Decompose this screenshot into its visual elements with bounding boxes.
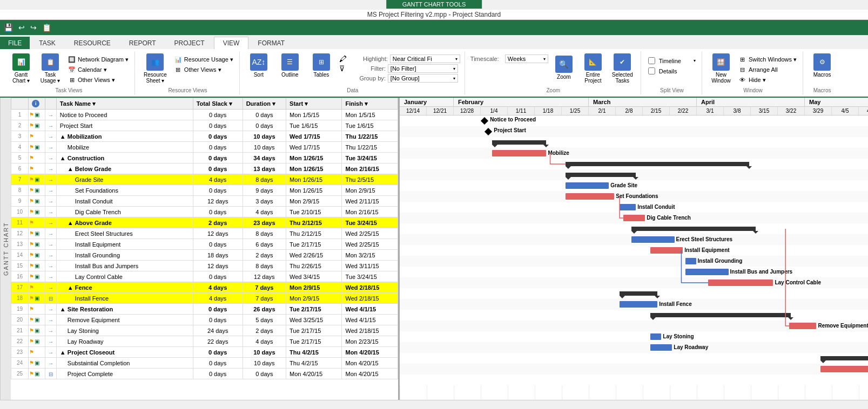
task-name[interactable]: Project Complete: [56, 369, 193, 379]
tab-project[interactable]: PROJECT: [165, 37, 214, 49]
task-name[interactable]: Lay Control Cable: [56, 271, 193, 282]
task-name[interactable]: ▲ Project Closeout: [56, 347, 193, 358]
timeline-button[interactable]: Timeline ▾: [647, 57, 697, 65]
table-row[interactable]: 22⚑▣→Lay Roadway22 days4 daysTue 2/17/15…: [11, 336, 398, 347]
table-row[interactable]: 15⚑▣→Install Bus and Jumpers12 days8 day…: [11, 261, 398, 271]
tab-resource[interactable]: RESOURCE: [65, 37, 120, 49]
task-name[interactable]: Mobilize: [56, 142, 193, 153]
sort-button[interactable]: AZ↕ Sort: [245, 52, 272, 79]
table-row[interactable]: 21⚑▣→Lay Stoning24 days2 daysTue 2/17/15…: [11, 325, 398, 336]
table-row[interactable]: 9⚑▣→Install Conduit12 days3 daysMon 2/9/…: [11, 196, 398, 207]
switch-windows-button[interactable]: ⊞ Switch Windows ▾: [737, 54, 798, 64]
task-name[interactable]: Set Foundations: [56, 185, 193, 196]
tables-button[interactable]: ⊞ Tables: [308, 52, 335, 79]
highlight-dropdown[interactable]: Near Critical Fi ▾: [390, 54, 460, 63]
task-name[interactable]: Install Bus and Jumpers: [56, 261, 193, 271]
details-checkbox[interactable]: [648, 67, 655, 74]
hide-button[interactable]: 👁 Hide ▾: [737, 75, 798, 85]
tab-format[interactable]: FORMAT: [248, 37, 294, 49]
col-finish[interactable]: Finish ▾: [342, 98, 398, 110]
task-name[interactable]: ▲ Construction: [56, 153, 193, 163]
other-views-1-button[interactable]: ⊞ Other Views ▾: [66, 75, 130, 85]
filter-dropdown[interactable]: [No Filter] ▾: [388, 64, 458, 73]
table-row[interactable]: 6⚑→▲ Below Grade0 days13 daysMon 1/26/15…: [11, 163, 398, 174]
gantt-bar-label: Remove Equipment: [818, 323, 868, 329]
table-row[interactable]: 10⚑▣→Dig Cable Trench0 days4 daysTue 2/1…: [11, 207, 398, 217]
task-name[interactable]: Remove Equipment: [56, 315, 193, 325]
task-name[interactable]: ▲ Fence: [56, 282, 193, 293]
plan-icon[interactable]: 📋: [41, 23, 53, 32]
tab-view[interactable]: VIEW: [214, 37, 249, 49]
table-row[interactable]: 4⚑▣→Mobilize0 days10 daysWed 1/7/15Thu 1…: [11, 142, 398, 153]
table-row[interactable]: 25⚑▣⊟Project Complete0 days0 daysMon 4/2…: [11, 369, 398, 379]
task-name[interactable]: Install Equipment: [56, 239, 193, 250]
selected-tasks-button[interactable]: ✔ SelectedTasks: [609, 52, 636, 85]
macros-button[interactable]: ⚙ Macros: [809, 52, 836, 79]
task-name[interactable]: ▲ Site Restoration: [56, 304, 193, 315]
new-window-button[interactable]: 🪟 NewWindow: [708, 52, 735, 85]
other-views-2-button[interactable]: ⊞ Other Views ▾: [172, 65, 235, 74]
table-row[interactable]: 2⚑▣→Project Start0 days0 daysTue 1/6/15T…: [11, 120, 398, 131]
timeline-checkbox[interactable]: [648, 57, 655, 64]
task-mode-cell: →: [45, 153, 57, 163]
calendar-button[interactable]: 📅 Calendar ▾: [66, 65, 130, 74]
tab-task[interactable]: TASK: [30, 37, 64, 49]
table-row[interactable]: 5⚑→▲ Construction0 days34 daysMon 1/26/1…: [11, 153, 398, 163]
table-row[interactable]: 8⚑▣→Set Foundations0 days9 daysMon 1/26/…: [11, 185, 398, 196]
entire-project-button[interactable]: 📐 EntireProject: [580, 52, 607, 85]
table-row[interactable]: 17⚑→▲ Fence4 days7 daysMon 2/9/15Wed 2/1…: [11, 282, 398, 293]
task-name[interactable]: Install Fence: [56, 293, 193, 304]
task-slack: 0 days: [193, 153, 243, 163]
arrange-all-button[interactable]: ⊟ Arrange All: [737, 65, 798, 74]
zoom-button[interactable]: 🔍 Zoom: [550, 54, 577, 81]
resource-sheet-button[interactable]: 👥 ResourceSheet ▾: [140, 52, 170, 85]
task-name[interactable]: Substaintial Completion: [56, 358, 193, 369]
redo-icon[interactable]: ↪: [29, 23, 38, 32]
table-row[interactable]: 19⚑→▲ Site Restoration0 days26 daysTue 2…: [11, 304, 398, 315]
network-diagram-button[interactable]: 🔲 Network Diagram ▾: [66, 54, 130, 64]
table-row[interactable]: 14⚑▣→Install Grounding18 days2 daysWed 2…: [11, 250, 398, 261]
table-row[interactable]: 18⚑▣⊟Install Fence4 days7 daysMon 2/9/15…: [11, 293, 398, 304]
col-taskname[interactable]: Task Name ▾: [56, 98, 193, 110]
task-name[interactable]: Lay Stoning: [56, 325, 193, 336]
task-name[interactable]: Grade Site: [56, 174, 193, 185]
task-name[interactable]: Install Grounding: [56, 250, 193, 261]
mode-icon: →: [48, 274, 53, 280]
mode-icon: →: [48, 134, 53, 140]
mode-icon: →: [48, 263, 53, 269]
details-button[interactable]: Details: [647, 67, 679, 75]
table-row[interactable]: 3⚑→▲ Mobilization0 days10 daysWed 1/7/15…: [11, 131, 398, 142]
gantt-body[interactable]: Notice to ProceedProject StartMobilizeGr…: [400, 115, 868, 400]
task-name[interactable]: Notice to Proceed: [56, 110, 193, 120]
save-icon[interactable]: 💾: [2, 23, 15, 32]
table-row[interactable]: 24⚑▣→Substaintial Completion0 days10 day…: [11, 358, 398, 369]
outline-button[interactable]: ☰ Outline: [277, 52, 304, 79]
col-slack[interactable]: Total Slack ▾: [193, 98, 243, 110]
tab-report[interactable]: REPORT: [120, 37, 165, 49]
table-row[interactable]: 12⚑▣→Erect Steel Structures12 days8 days…: [11, 228, 398, 239]
task-name[interactable]: Lay Roadway: [56, 336, 193, 347]
timescale-dropdown[interactable]: Weeks ▾: [505, 54, 548, 63]
col-start[interactable]: Start ▾: [286, 98, 342, 110]
table-row[interactable]: 20⚑▣→Remove Equipment0 days5 daysWed 3/2…: [11, 315, 398, 325]
table-row[interactable]: 13⚑▣→Install Equipment0 days6 daysTue 2/…: [11, 239, 398, 250]
table-row[interactable]: 16⚑▣→Lay Control Cable0 days12 daysWed 3…: [11, 271, 398, 282]
task-name[interactable]: ▲ Below Grade: [56, 163, 193, 174]
task-name[interactable]: Project Start: [56, 120, 193, 131]
table-row[interactable]: 11⚑→▲ Above Grade2 days23 daysThu 2/12/1…: [11, 217, 398, 228]
table-row[interactable]: 1⚑▣→Notice to Proceed0 days0 daysMon 1/5…: [11, 110, 398, 120]
resource-usage-button[interactable]: 📊 Resource Usage ▾: [172, 54, 235, 64]
col-duration[interactable]: Duration ▾: [243, 98, 286, 110]
task-name[interactable]: ▲ Mobilization: [56, 131, 193, 142]
table-row[interactable]: 23⚑→▲ Project Closeout0 days10 daysThu 4…: [11, 347, 398, 358]
table-row[interactable]: 7⚑▣→Grade Site4 days8 daysMon 1/26/15Thu…: [11, 174, 398, 185]
task-usage-button[interactable]: 📋 TaskUsage ▾: [37, 52, 64, 85]
gantt-chart-button[interactable]: 📊 GanttChart ▾: [8, 52, 35, 85]
task-name[interactable]: Erect Steel Structures: [56, 228, 193, 239]
task-name[interactable]: ▲ Above Grade: [56, 217, 193, 228]
groupby-dropdown[interactable]: [No Group] ▾: [388, 74, 458, 83]
task-name[interactable]: Install Conduit: [56, 196, 193, 207]
undo-icon[interactable]: ↩: [17, 23, 26, 32]
task-name[interactable]: Dig Cable Trench: [56, 207, 193, 217]
tab-file[interactable]: FILE: [0, 37, 30, 49]
